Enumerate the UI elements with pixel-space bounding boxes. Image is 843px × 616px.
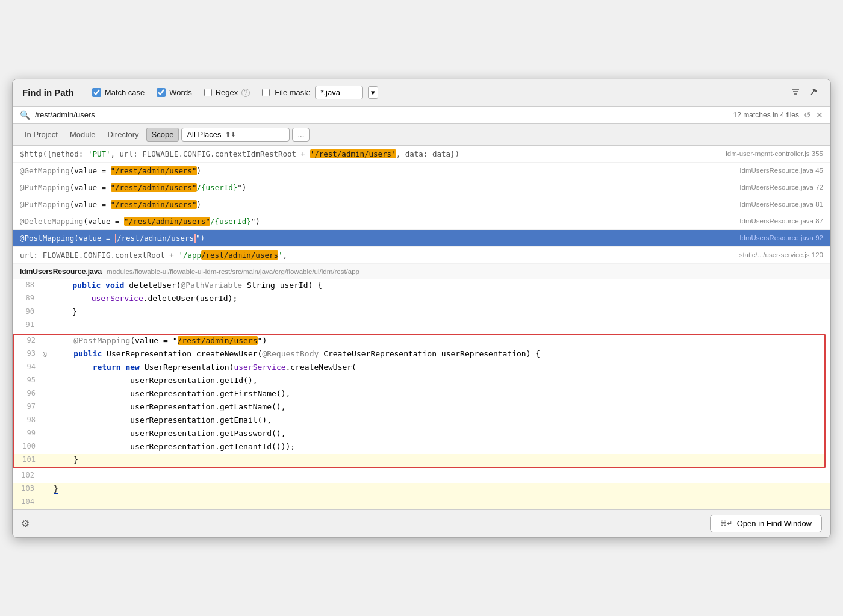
line-annotation bbox=[43, 428, 55, 429]
result-row[interactable]: @PutMapping(value = "/rest/admin/users")… bbox=[13, 196, 830, 213]
tab-in-project[interactable]: In Project bbox=[20, 128, 63, 141]
words-option[interactable]: Words bbox=[157, 88, 191, 97]
line-number: 99 bbox=[14, 428, 43, 437]
file-mask-input[interactable] bbox=[315, 86, 363, 99]
line-content: userRepresentation.getId(), bbox=[55, 375, 824, 386]
line-content: return new UserRepresentation(userServic… bbox=[55, 361, 824, 373]
file-mask-label: File mask: bbox=[275, 88, 310, 97]
pin-icon-btn[interactable] bbox=[807, 86, 821, 99]
line-content: } bbox=[54, 483, 830, 494]
result-code: url: FLOWABLE.CONFIG.contextRoot + '/app… bbox=[20, 250, 727, 260]
result-code: @DeleteMapping(value = "/rest/admin/user… bbox=[20, 217, 727, 226]
code-line-98: 98 userRepresentation.getEmail(), bbox=[14, 414, 824, 428]
file-mask-section: File mask: ▾ bbox=[262, 86, 378, 99]
result-file: IdmUsersResource.java 81 bbox=[739, 201, 823, 208]
line-content: public void deleteUser(@PathVariable Str… bbox=[54, 279, 830, 291]
line-number: 98 bbox=[14, 414, 43, 424]
open-window-label: Open in Find Window bbox=[737, 519, 812, 528]
line-content: } bbox=[54, 306, 830, 317]
result-code: @PutMapping(value = "/rest/admin/users") bbox=[20, 200, 727, 209]
find-in-path-dialog: Find in Path Match case Words Regex ? Fi… bbox=[12, 79, 831, 538]
line-number: 101 bbox=[14, 454, 43, 464]
result-code: @PutMapping(value = "/rest/admin/users"/… bbox=[20, 183, 727, 192]
line-number: 100 bbox=[14, 441, 43, 450]
line-annotation bbox=[42, 293, 54, 294]
search-input[interactable] bbox=[35, 110, 729, 119]
line-number: 95 bbox=[14, 375, 43, 384]
regex-checkbox[interactable] bbox=[204, 89, 212, 96]
line-number: 104 bbox=[13, 496, 42, 506]
pin-icon bbox=[810, 87, 818, 96]
refresh-icon[interactable]: ↺ bbox=[804, 110, 811, 120]
keyboard-shortcut: ⌘↵ bbox=[720, 520, 732, 527]
result-row[interactable]: url: FLOWABLE.CONFIG.contextRoot + '/app… bbox=[13, 247, 830, 264]
line-number: 94 bbox=[14, 361, 43, 371]
result-code: @GetMapping(value = "/rest/admin/users") bbox=[20, 166, 727, 175]
line-content: } bbox=[55, 454, 824, 465]
match-case-checkbox[interactable] bbox=[92, 88, 101, 97]
scope-dropdown[interactable]: All Places ⬆⬇ bbox=[181, 128, 290, 142]
result-file: idm-user-mgmt-controller.js 355 bbox=[726, 150, 823, 157]
result-file: IdmUsersResource.java 87 bbox=[739, 217, 823, 225]
file-mask-dropdown-btn[interactable]: ▾ bbox=[368, 86, 378, 99]
tab-module[interactable]: Module bbox=[65, 128, 101, 141]
gear-button[interactable]: ⚙ bbox=[21, 518, 30, 529]
result-row-selected[interactable]: @PostMapping(value = /rest/admin/users")… bbox=[13, 230, 830, 247]
code-line-99: 99 userRepresentation.getPassword(), bbox=[14, 428, 824, 441]
result-row[interactable]: @PutMapping(value = "/rest/admin/users"/… bbox=[13, 179, 830, 196]
code-line-89: 89 userService.deleteUser(userId); bbox=[13, 293, 830, 306]
line-content: userRepresentation.getLastName(), bbox=[55, 401, 824, 412]
file-info-path: modules/flowable-ui/flowable-ui-idm-rest… bbox=[107, 268, 359, 275]
search-bar: 🔍 12 matches in 4 files ↺ ✕ bbox=[13, 107, 830, 124]
search-icon: 🔍 bbox=[20, 110, 30, 120]
line-content: userService.deleteUser(userId); bbox=[54, 293, 830, 304]
file-mask-checkbox[interactable] bbox=[262, 89, 270, 96]
code-line-95: 95 userRepresentation.getId(), bbox=[14, 375, 824, 388]
filter-icon-btn[interactable] bbox=[788, 86, 803, 100]
result-code: $http({method: 'PUT', url: FLOWABLE.CONF… bbox=[20, 149, 714, 158]
match-case-option[interactable]: Match case bbox=[92, 88, 145, 97]
code-line-103: 103 } bbox=[13, 483, 830, 496]
line-annotation bbox=[43, 375, 55, 376]
words-checkbox[interactable] bbox=[157, 88, 166, 97]
result-file: static/.../user-service.js 120 bbox=[739, 251, 823, 258]
scope-dropdown-arrow: ⬆⬇ bbox=[225, 131, 236, 138]
results-list: $http({method: 'PUT', url: FLOWABLE.CONF… bbox=[13, 146, 830, 264]
header-icons bbox=[788, 86, 821, 100]
line-content: @PostMapping(value = "/rest/admin/users"… bbox=[55, 335, 824, 346]
line-content: userRepresentation.getPassword(), bbox=[55, 428, 824, 439]
code-preview: 88 public void deleteUser(@PathVariable … bbox=[13, 279, 830, 509]
regex-label: Regex bbox=[216, 88, 238, 97]
code-line-93: 93 @ public UserRepresentation createNew… bbox=[14, 348, 824, 361]
code-line-102: 102 bbox=[13, 470, 830, 483]
tab-scope[interactable]: Scope bbox=[146, 128, 179, 142]
file-info-name: IdmUsersResource.java bbox=[20, 267, 102, 276]
line-number: 103 bbox=[13, 483, 42, 493]
dialog-header: Find in Path Match case Words Regex ? Fi… bbox=[13, 79, 830, 107]
filter-icon bbox=[791, 87, 800, 96]
result-row[interactable]: $http({method: 'PUT', url: FLOWABLE.CONF… bbox=[13, 146, 830, 163]
scope-more-btn[interactable]: ... bbox=[292, 128, 310, 142]
result-row[interactable]: @DeleteMapping(value = "/rest/admin/user… bbox=[13, 213, 830, 230]
dialog-title: Find in Path bbox=[22, 87, 74, 98]
line-number: 88 bbox=[13, 279, 42, 289]
line-number: 102 bbox=[13, 470, 42, 479]
close-icon[interactable]: ✕ bbox=[816, 110, 823, 120]
line-content bbox=[54, 319, 830, 331]
code-line-104: 104 bbox=[13, 496, 830, 509]
line-annotation bbox=[42, 319, 54, 321]
result-row[interactable]: @GetMapping(value = "/rest/admin/users")… bbox=[13, 163, 830, 179]
line-content: userRepresentation.getEmail(), bbox=[55, 414, 824, 426]
scope-dropdown-value: All Places bbox=[187, 130, 221, 139]
open-in-find-window-btn[interactable]: ⌘↵ Open in Find Window bbox=[710, 515, 822, 532]
regex-help-icon[interactable]: ? bbox=[241, 89, 250, 97]
result-file: IdmUsersResource.java 72 bbox=[739, 184, 823, 191]
line-annotation bbox=[43, 454, 55, 456]
code-line-100: 100 userRepresentation.getTenantId())); bbox=[14, 441, 824, 454]
line-annotation bbox=[43, 388, 55, 390]
scope-tabs: In Project Module Directory Scope All Pl… bbox=[13, 124, 830, 146]
line-annotation bbox=[43, 361, 55, 363]
code-line-88: 88 public void deleteUser(@PathVariable … bbox=[13, 279, 830, 293]
code-line-94: 94 return new UserRepresentation(userSer… bbox=[14, 361, 824, 375]
tab-directory[interactable]: Directory bbox=[103, 128, 144, 141]
